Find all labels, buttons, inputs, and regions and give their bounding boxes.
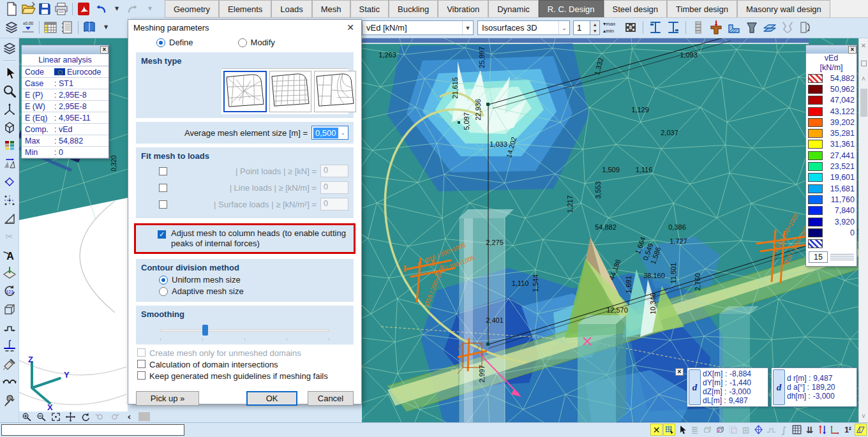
zoom-in-icon[interactable] <box>21 411 32 422</box>
undo-icon[interactable] <box>93 1 108 17</box>
notebook-icon[interactable] <box>59 20 75 35</box>
tab-vibration[interactable]: Vibration <box>438 0 488 17</box>
tab-masonry-wall-design[interactable]: Masonry wall design <box>737 0 830 17</box>
animation-icon[interactable] <box>623 20 638 35</box>
workplane-icon[interactable] <box>855 424 867 436</box>
point-loads-checkbox[interactable] <box>159 167 167 175</box>
tab-buckling[interactable]: Buckling <box>389 0 438 17</box>
delta-button[interactable]: d <box>773 369 785 405</box>
table-icon[interactable] <box>43 20 58 35</box>
node-grid-icon[interactable] <box>2 193 17 208</box>
close-icon[interactable]: ✕ <box>861 42 866 49</box>
spinner-down-icon[interactable]: ▼ <box>590 28 599 35</box>
mesh-type-triangle[interactable] <box>223 71 267 112</box>
polyline-icon[interactable] <box>2 320 17 336</box>
table-grid-icon[interactable] <box>791 424 803 436</box>
close-icon[interactable]: ✕ <box>345 22 356 33</box>
dock-box-icon[interactable] <box>861 61 867 66</box>
level-icon[interactable]: ±0.00 <box>20 20 36 35</box>
punching-icon[interactable] <box>744 20 760 35</box>
define-radio[interactable]: Define <box>156 38 193 47</box>
cursor-icon[interactable] <box>676 424 688 436</box>
select-arrow-icon[interactable] <box>2 66 17 81</box>
close-icon[interactable]: × <box>675 368 684 376</box>
tab-timber-design[interactable]: Timber design <box>667 0 737 17</box>
layers-icon[interactable] <box>4 20 19 35</box>
zoom-out-icon[interactable] <box>36 411 47 422</box>
cancel-button[interactable]: Cancel <box>308 391 354 406</box>
section-plane-icon[interactable] <box>2 265 17 281</box>
modify-radio[interactable]: Modify <box>238 38 275 47</box>
tab-r-c-design[interactable]: R. C. Design <box>539 0 604 17</box>
tab-static[interactable]: Static <box>350 0 389 17</box>
tab-elements[interactable]: Elements <box>219 0 271 17</box>
mesh-type-quad[interactable] <box>269 71 311 112</box>
beam-top-reinforcement-icon[interactable] <box>648 20 663 35</box>
double-down-icon[interactable]: ⇊ <box>804 424 816 436</box>
line-loads-checkbox[interactable] <box>159 184 167 192</box>
color-palette-icon[interactable] <box>2 138 17 154</box>
rotate-diamond-icon[interactable] <box>2 175 17 190</box>
transform-icon[interactable] <box>2 156 17 172</box>
line-integral-icon[interactable]: ∫ <box>2 338 17 353</box>
wall-reinforcement-icon[interactable] <box>726 20 742 35</box>
new-file-icon[interactable] <box>4 1 19 17</box>
surface-loads-input[interactable]: 0 <box>320 198 348 211</box>
delta-button[interactable]: d <box>689 369 701 405</box>
layers-icon[interactable] <box>2 41 17 56</box>
surface-loads-checkbox[interactable] <box>159 200 167 209</box>
mesh-type-mixed[interactable] <box>314 71 356 112</box>
adaptive-mesh-radio[interactable]: Adaptive mesh size <box>159 286 348 296</box>
collapse-icon[interactable]: ‹ <box>124 411 135 422</box>
section-count-spinner[interactable]: 1 ▲▼ <box>573 20 600 35</box>
caret-down-icon[interactable]: ▼ <box>109 1 124 17</box>
caret-down-icon[interactable]: ▼ <box>98 20 114 35</box>
tab-mesh[interactable]: Mesh <box>312 0 350 17</box>
square-meter-icon[interactable]: 1² <box>842 424 854 436</box>
scrollbar-thumb[interactable] <box>860 89 867 117</box>
rotate-view-icon[interactable] <box>80 411 91 422</box>
slider-thumb[interactable] <box>202 325 208 336</box>
pan-icon[interactable] <box>65 411 76 422</box>
tab-dynamic[interactable]: Dynamic <box>488 0 539 17</box>
updown-icon[interactable] <box>816 424 828 436</box>
tab-steel-design[interactable]: Steel design <box>604 0 668 17</box>
domain-intersections-checkbox-row[interactable]: Calculation of domain intersections <box>137 360 352 369</box>
chevron-down-icon[interactable]: ˅ <box>862 413 865 420</box>
ok-button[interactable]: OK <box>246 391 297 406</box>
column-head-icon[interactable] <box>708 20 724 35</box>
node-snap-icon[interactable]: ✕ <box>650 424 662 436</box>
wrench-icon[interactable] <box>2 393 17 408</box>
uniform-mesh-radio[interactable]: Uniform mesh size <box>159 275 348 285</box>
display-mode-select[interactable]: Isosurfaces 3D ⌄ <box>477 20 570 35</box>
chevron-down-icon[interactable]: ⌄ <box>558 21 569 34</box>
renumber-icon[interactable]: 123 <box>2 284 17 299</box>
spinner-up-icon[interactable]: ▲ <box>590 21 599 28</box>
viewport-3d[interactable]: Ø16 / 200=1005Ø16 / 200=1005Ø16 / 200=10… <box>362 38 858 422</box>
tab-geometry[interactable]: Geometry <box>165 0 219 17</box>
pdf-export-icon[interactable] <box>76 1 91 17</box>
set-square-icon[interactable] <box>2 211 17 226</box>
pickup-button[interactable]: Pick up » <box>136 391 199 406</box>
close-icon[interactable]: × <box>100 46 108 54</box>
command-input[interactable] <box>1 424 184 436</box>
point-loads-input[interactable]: 0 <box>320 165 348 177</box>
zoom-fit-icon[interactable] <box>50 411 61 422</box>
axes-small-icon[interactable] <box>829 424 841 436</box>
save-icon[interactable] <box>37 1 52 17</box>
tab-loads[interactable]: Loads <box>271 0 311 17</box>
zoom-icon[interactable] <box>2 84 17 99</box>
keep-guidelines-checkbox-row[interactable]: Keep generated mesh guidelines if meshin… <box>137 371 352 381</box>
chevron-down-icon[interactable]: ▼ <box>462 21 473 34</box>
line-loads-input[interactable]: 0 <box>320 181 348 194</box>
avg-size-combo[interactable]: 0,500 ⌄ <box>311 126 348 140</box>
rotate-section-icon[interactable] <box>798 20 813 35</box>
report-icon[interactable] <box>82 20 97 35</box>
surface-reinforcement-icon[interactable] <box>762 20 777 35</box>
diamond-icon[interactable] <box>752 424 765 436</box>
frame-icon[interactable] <box>2 302 17 317</box>
grid-snap-icon[interactable] <box>663 424 675 436</box>
frame-b-icon[interactable] <box>714 424 726 436</box>
text-label-icon[interactable]: A <box>2 248 17 263</box>
adjust-mesh-checkbox[interactable] <box>158 230 166 239</box>
